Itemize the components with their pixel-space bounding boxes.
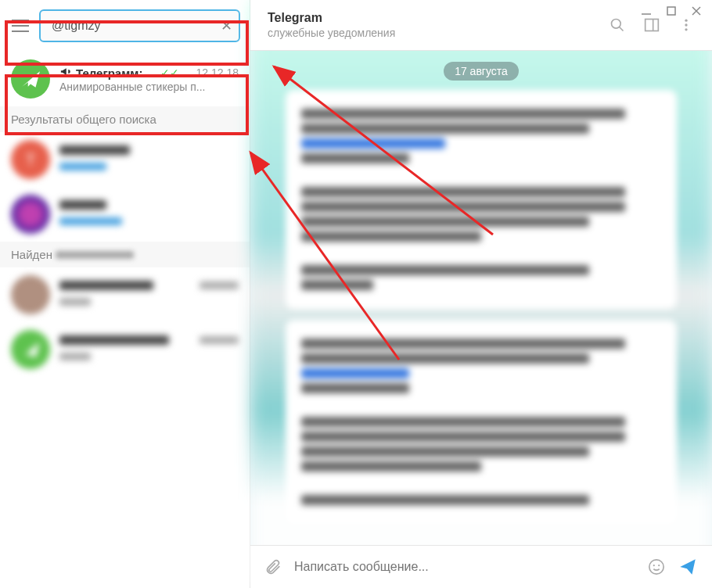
search-input[interactable] [39,9,240,42]
svg-point-12 [685,23,687,26]
svg-point-13 [685,28,687,30]
messages-area[interactable]: 17 августа [250,51,712,545]
search-icon[interactable] [609,16,626,34]
hamburger-menu[interactable] [9,15,31,37]
avatar: T [11,140,50,179]
svg-point-15 [653,565,655,566]
message-composer [250,545,712,588]
date-separator: 17 августа [444,62,519,81]
emoji-icon[interactable] [648,558,665,575]
search-result-item[interactable] [0,267,250,322]
close-button[interactable] [689,3,704,19]
minimize-button[interactable] [638,3,654,19]
search-result-item[interactable] [0,322,250,377]
svg-point-16 [658,565,660,566]
chat-name: Телеграмм: ... [76,66,156,80]
svg-rect-1 [667,7,675,15]
search-result-item[interactable] [0,187,250,242]
avatar [11,330,50,369]
message-input[interactable] [294,560,635,574]
chat-preview: Анимированные стикеры п... [59,81,239,93]
svg-line-8 [620,27,624,31]
section-global-results: Результаты общего поиска [0,106,250,132]
avatar [11,195,50,234]
send-button[interactable] [678,557,698,577]
svg-point-7 [612,20,621,29]
avatar [11,275,50,314]
chat-subtitle: служебные уведомления [268,27,395,39]
search-result-chat[interactable]: Телеграмм: ... ✓✓ 12.12.18 Анимированные… [0,52,250,106]
chat-date: 12.12.18 [196,66,239,79]
megaphone-icon [59,66,71,81]
message-bubble[interactable] [286,90,677,309]
svg-point-14 [649,560,663,574]
maximize-button[interactable] [663,3,679,19]
clear-search-icon[interactable]: ✕ [221,17,232,34]
search-result-item[interactable]: T [0,132,250,187]
chat-panel: Telegram служебные уведомления 17 август… [250,0,712,588]
avatar [11,59,50,99]
chat-title: Telegram [268,11,395,25]
attach-icon[interactable] [264,558,282,575]
section-found: Найден [0,242,250,267]
sidebar: ✕ Телеграмм: ... ✓✓ 12.12.18 Анимированн… [0,0,250,588]
message-bubble[interactable] [286,320,677,524]
double-check-icon: ✓✓ [160,66,179,79]
